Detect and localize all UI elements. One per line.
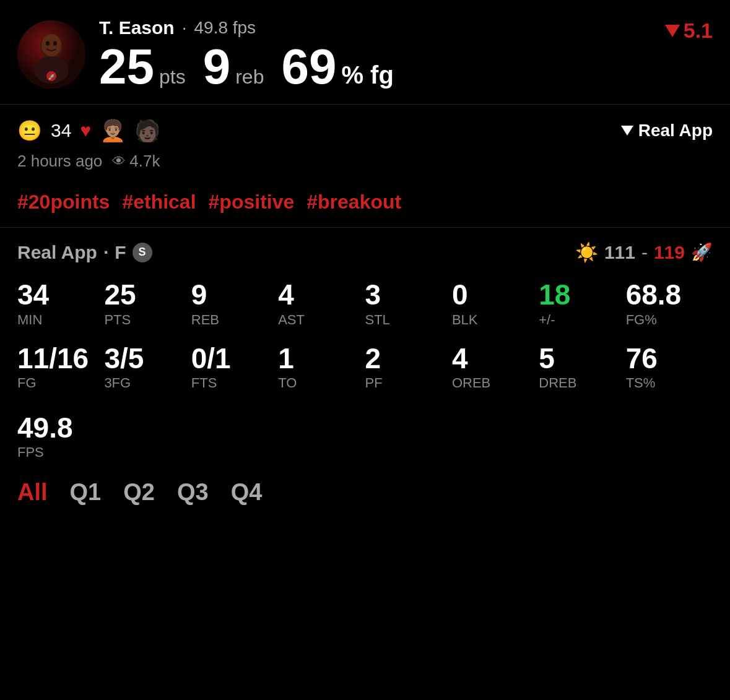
stat-3fg-val: 3/5	[104, 343, 191, 374]
stat-min: 34 MIN	[17, 279, 104, 328]
version-number: 5.1	[684, 19, 713, 43]
header-fg-label: % fg	[341, 61, 393, 89]
time-ago: 2 hours ago	[17, 152, 102, 171]
tab-q4[interactable]: Q4	[231, 479, 263, 506]
team-name: Real App	[17, 242, 97, 263]
stat-to-val: 1	[278, 343, 365, 374]
stat-oreb: 4 OREB	[452, 343, 539, 392]
stat-to: 1 TO	[278, 343, 365, 392]
svg-point-4	[41, 34, 61, 56]
suns-icon: ☀️	[575, 241, 598, 263]
real-app-label: Real App	[638, 121, 713, 140]
stat-fgpct-val: 68.8	[626, 279, 713, 311]
fps-display: 49.8 fps	[194, 18, 256, 38]
header-reb-label: reb	[235, 66, 264, 89]
hashtag-2[interactable]: #ethical	[122, 191, 196, 214]
stat-stl-label: STL	[365, 312, 452, 328]
stat-plusminus: 18 +/-	[539, 279, 625, 328]
player-avatar: 🚀	[17, 20, 85, 89]
stat-reb: 9 REB	[191, 279, 278, 328]
svg-point-6	[53, 41, 57, 46]
main-stats-row: 25 pts 9 reb 69 % fg	[99, 42, 713, 92]
real-app-triangle-icon	[621, 126, 633, 136]
stat-pf: 2 PF	[365, 343, 452, 392]
score-section: ☀️ 111 - 119 🚀	[575, 241, 713, 263]
player-emoji-2: 🧑🏿	[134, 118, 160, 143]
stat-dreb-val: 5	[539, 343, 625, 374]
stat-oreb-label: OREB	[452, 375, 539, 391]
tab-q1[interactable]: Q1	[70, 479, 102, 506]
fps-header: ·	[182, 18, 187, 38]
stat-reb-val: 9	[191, 279, 278, 311]
stat-3fg: 3/5 3FG	[104, 343, 191, 392]
views-count: 👁 4.7k	[112, 152, 160, 171]
stat-oreb-val: 4	[452, 343, 539, 374]
stat-plusminus-label: +/-	[539, 312, 625, 328]
stat-pts-val: 25	[104, 279, 191, 311]
tab-q2[interactable]: Q2	[123, 479, 155, 506]
score-dash: -	[641, 242, 648, 263]
stat-min-label: MIN	[17, 312, 104, 328]
stat-pf-val: 2	[365, 343, 452, 374]
views-number: 4.7k	[129, 152, 160, 171]
stat-reb-label: REB	[191, 312, 278, 328]
stat-fgpct-label: FG%	[626, 312, 713, 328]
team-position: F	[115, 242, 126, 263]
header-reb-value: 9	[203, 42, 231, 92]
stats-row-1: 34 MIN 25 PTS 9 REB 4 AST 3 STL 0 BLK 18…	[17, 279, 713, 328]
stat-blk: 0 BLK	[452, 279, 539, 328]
player-name: T. Eason	[99, 17, 175, 38]
stat-fts-val: 0/1	[191, 343, 278, 374]
stat-blk-label: BLK	[452, 312, 539, 328]
quarter-tabs: All Q1 Q2 Q3 Q4	[0, 473, 730, 524]
stat-tspct-label: TS%	[626, 375, 713, 391]
score-home: 119	[654, 242, 685, 263]
hashtag-1[interactable]: #20points	[17, 191, 110, 214]
time-views-row: 2 hours ago 👁 4.7k	[0, 152, 730, 182]
team-separator: ·	[103, 242, 108, 263]
stat-fts-label: FTS	[191, 375, 278, 391]
hashtag-3[interactable]: #positive	[209, 191, 295, 214]
stat-stl-val: 3	[365, 279, 452, 311]
header-section: 🚀 T. Eason · 49.8 fps 25 pts 9 reb 69 % …	[0, 0, 730, 104]
stat-pf-label: PF	[365, 375, 452, 391]
smiley-icon: 😐	[17, 119, 42, 142]
real-app-logo[interactable]: Real App	[621, 121, 713, 140]
svg-text:🚀: 🚀	[48, 73, 56, 80]
stat-min-val: 34	[17, 279, 104, 311]
hashtag-4[interactable]: #breakout	[306, 191, 401, 214]
svg-point-5	[46, 41, 50, 46]
version-triangle-icon	[665, 25, 680, 37]
social-left: 😐 34 ♥ 🧑🏽‍🦱 🧑🏿	[17, 118, 160, 143]
stat-blk-val: 0	[452, 279, 539, 311]
stat-fgpct: 68.8 FG%	[626, 279, 713, 328]
stat-ast: 4 AST	[278, 279, 365, 328]
position-badge: S	[133, 243, 152, 262]
stats-row-2: 11/16 FG 3/5 3FG 0/1 FTS 1 TO 2 PF 4 ORE…	[17, 343, 713, 392]
tab-q3[interactable]: Q3	[177, 479, 209, 506]
hashtags-section: #20points #ethical #positive #breakout	[0, 182, 730, 227]
stat-3fg-label: 3FG	[104, 375, 191, 391]
stat-dreb-label: DREB	[539, 375, 625, 391]
stat-dreb: 5 DREB	[539, 343, 625, 392]
like-count: 34	[51, 120, 71, 141]
social-section: 😐 34 ♥ 🧑🏽‍🦱 🧑🏿 Real App	[0, 105, 730, 152]
stat-ast-label: AST	[278, 312, 365, 328]
stat-tspct-val: 76	[626, 343, 713, 374]
heart-icon[interactable]: ♥	[80, 120, 91, 141]
stat-tspct: 76 TS%	[626, 343, 713, 392]
stat-to-label: TO	[278, 375, 365, 391]
stat-ast-val: 4	[278, 279, 365, 311]
stat-stl: 3 STL	[365, 279, 452, 328]
tab-all[interactable]: All	[17, 479, 48, 506]
stat-pts: 25 PTS	[104, 279, 191, 328]
version-badge: 5.1	[665, 19, 713, 43]
player-name-row: T. Eason · 49.8 fps	[99, 17, 713, 38]
stat-fts: 0/1 FTS	[191, 343, 278, 392]
header-pts-label: pts	[159, 66, 186, 89]
stat-pts-label: PTS	[104, 312, 191, 328]
team-section: Real App · F S ☀️ 111 - 119 🚀	[0, 228, 730, 269]
header-pts-value: 25	[99, 42, 154, 92]
stat-fg-label: FG	[17, 375, 104, 391]
team-left: Real App · F S	[17, 242, 152, 263]
